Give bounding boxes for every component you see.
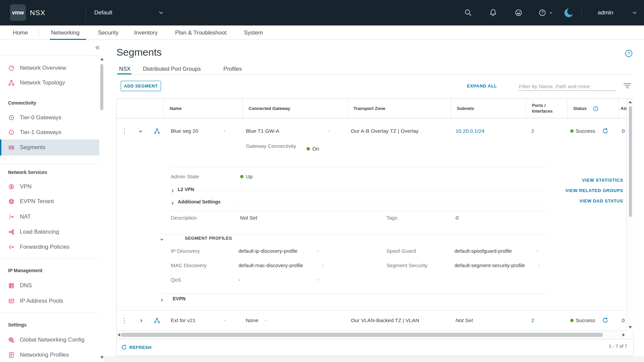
nav-tab-plan-troubleshoot[interactable]: Plan & Troubleshoot — [175, 25, 226, 40]
sidebar-item-ip-address-pools[interactable]: IP Address Pools — [0, 294, 99, 308]
evpn-accordion[interactable]: EVPN — [173, 296, 185, 301]
evpn-chevron-right-icon[interactable] — [160, 298, 164, 304]
nav-tab-system[interactable]: System — [244, 25, 263, 40]
additional-settings-accordion[interactable]: Additional Settings — [178, 199, 221, 204]
tab-distributed-port-groups[interactable]: Distributed Port Groups — [143, 64, 201, 73]
sidebar-item-tier1-gateways[interactable]: 1 Tier-1 Gateways — [0, 125, 99, 140]
user-chevron-down-icon[interactable] — [632, 10, 637, 15]
tab-profiles[interactable]: Profiles — [223, 64, 242, 73]
status-refresh-icon[interactable] — [602, 128, 608, 135]
l2vpn-chevron-right-icon[interactable] — [170, 188, 175, 194]
sidebar-item-load-balancing[interactable]: Load Balancing — [0, 225, 99, 239]
search-icon[interactable] — [463, 7, 474, 18]
refresh-link[interactable]: REFRESH — [129, 345, 152, 350]
scroll-left-icon[interactable] — [118, 333, 120, 337]
subnets-link[interactable]: 10.20.0.1/24 — [455, 127, 484, 135]
project-chevron-down-icon[interactable] — [158, 10, 164, 15]
sidebar-item-label: Tier-1 Gateways — [20, 129, 61, 136]
scroll-up-icon[interactable] — [629, 101, 632, 103]
nav-tab-security[interactable]: Security — [98, 25, 118, 40]
view-related-groups-link[interactable]: VIEW RELATED GROUPS — [486, 186, 623, 194]
segments-icon — [8, 144, 15, 151]
row-menu-kebab-icon[interactable]: ⋮ — [121, 127, 128, 135]
top-bar: vmw NSX Default ? admin — [0, 0, 644, 25]
column-separator — [526, 99, 526, 118]
sidebar-item-label: NAT — [20, 214, 31, 220]
nav-tab-home[interactable]: Home — [13, 25, 28, 40]
row-expand-chevron-right-icon[interactable] — [139, 318, 144, 324]
dark-mode-moon-icon[interactable] — [563, 6, 576, 19]
l2vpn-accordion[interactable]: L2 VPN — [178, 187, 194, 192]
vertical-scrollbar-thumb[interactable] — [629, 106, 632, 217]
sidebar-item-tier0-gateways[interactable]: Tier-0 Gateways — [0, 110, 99, 125]
feedback-smiley-icon[interactable] — [513, 7, 524, 18]
ip-discovery-label: IP Discovery — [171, 247, 200, 255]
segment-name[interactable]: Ext for v21 — [171, 316, 196, 324]
column-separator — [451, 99, 451, 118]
global-config-icon — [8, 337, 15, 343]
sidebar-item-global-networking-config[interactable]: Global Networking Config — [0, 333, 99, 347]
sidebar-item-vpn[interactable]: VPN — [0, 179, 99, 194]
row-collapse-chevron-down-icon[interactable] — [138, 129, 143, 135]
column-header-subnets[interactable]: Subnets — [457, 99, 474, 118]
view-statistics-link[interactable]: VIEW STATISTICS — [486, 176, 623, 184]
tab-nsx[interactable]: NSX — [119, 64, 130, 73]
column-header-status[interactable]: Status — [573, 99, 587, 118]
user-menu[interactable]: admin — [598, 0, 613, 25]
status-refresh-icon[interactable] — [602, 317, 608, 324]
row-menu-kebab-icon[interactable]: ⋮ — [121, 316, 128, 324]
column-header-name[interactable]: Name — [170, 99, 181, 118]
segment-security-label: Segment Security — [386, 261, 427, 269]
segment-profiles-accordion[interactable]: SEGMENT PROFILES — [185, 236, 232, 241]
view-dad-status-link[interactable]: VIEW DAD STATUS — [486, 197, 623, 205]
ports-count-link[interactable]: 2 — [531, 316, 534, 324]
add-segment-button[interactable]: ADD SEGMENT — [121, 81, 161, 91]
detail-divider — [171, 167, 547, 167]
table-vertical-scrollbar[interactable] — [627, 99, 634, 331]
sidebar-item-evpn-tenant[interactable]: EVPN Tenant — [0, 194, 99, 209]
refresh-icon[interactable] — [121, 345, 127, 351]
scroll-right-icon[interactable] — [623, 333, 625, 337]
sidebar-item-forwarding-policies[interactable]: Forwarding Policies — [0, 240, 99, 254]
view-dad-status-text: VIEW DAD STATUS — [579, 198, 623, 203]
sidebar-item-network-topology[interactable]: Network Topology — [0, 75, 99, 90]
filter-input[interactable] — [518, 82, 616, 91]
sidebar-collapse-icon[interactable]: « — [95, 43, 100, 52]
nav-tab-inventory[interactable]: Inventory — [134, 25, 158, 40]
sidebar-item-nat[interactable]: NAT — [0, 209, 99, 224]
sidebar-item-networking-profiles[interactable]: Networking Profiles — [0, 348, 99, 362]
header-border — [117, 118, 633, 118]
sidebar-item-label: Network Overview — [20, 65, 66, 71]
column-header-transport-zone[interactable]: Transport Zone — [354, 99, 385, 118]
column-header-ports-interfaces[interactable]: Ports / Interfaces — [532, 103, 552, 114]
project-selector[interactable]: Default — [94, 0, 112, 25]
sidebar-scroll-down-icon[interactable] — [100, 356, 104, 359]
expand-all-link[interactable]: EXPAND ALL — [467, 83, 497, 88]
detail-divider — [162, 234, 547, 235]
notifications-bell-icon[interactable] — [488, 7, 498, 18]
svg-text:?: ? — [541, 10, 544, 15]
column-separator — [347, 99, 348, 118]
vmware-logo[interactable]: vmw — [10, 4, 26, 21]
segment-profiles-chevron-down-icon[interactable] — [160, 237, 164, 243]
help-question-icon[interactable]: ? — [537, 7, 548, 18]
page-help-icon[interactable]: ? — [625, 49, 633, 59]
segment-name[interactable]: Blue seg 20 — [171, 127, 198, 135]
sidebar-item-network-overview[interactable]: Network Overview — [0, 61, 99, 75]
status-info-icon[interactable] — [593, 106, 598, 113]
nav-tab-networking[interactable]: Networking — [51, 25, 79, 40]
scroll-down-icon[interactable] — [629, 326, 632, 328]
sidebar-section-network-services: Network Services — [8, 165, 47, 180]
help-chevron-down-icon[interactable] — [549, 11, 553, 15]
column-header-connected-gateway[interactable]: Connected Gateway — [249, 99, 290, 118]
sidebar-scrollbar-thumb[interactable] — [100, 64, 103, 110]
additional-settings-chevron-right-icon[interactable] — [170, 201, 175, 207]
filter-icon[interactable] — [623, 83, 631, 89]
sidebar-scroll-up-icon[interactable] — [100, 58, 104, 60]
sidebar-item-segments[interactable]: Segments — [0, 139, 99, 156]
ports-count-link[interactable]: 2 — [531, 127, 534, 135]
horizontal-scrollbar-thumb[interactable] — [121, 333, 603, 337]
sidebar-divider — [0, 312, 99, 313]
sidebar-item-dns[interactable]: DNS — [0, 278, 99, 293]
forwarding-icon — [8, 244, 15, 250]
